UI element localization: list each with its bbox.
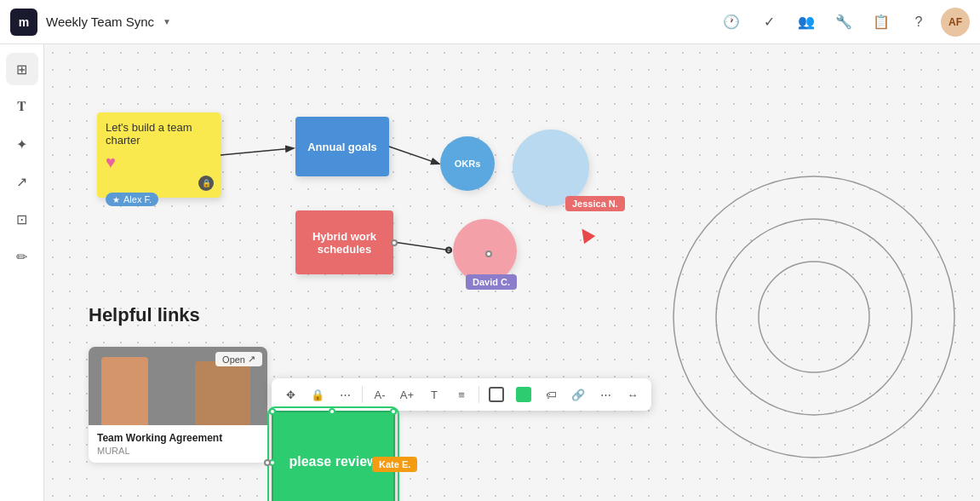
toolbar-divider-1	[362, 386, 363, 403]
link-card-body: Team Working Agreement MURAL	[89, 425, 267, 463]
sidebar-item-text[interactable]: 𝐓	[6, 90, 38, 123]
avatar[interactable]: AF	[941, 8, 970, 37]
circular-diagram: 8	[648, 89, 980, 501]
board-dropdown-arrow[interactable]: ▼	[163, 17, 171, 26]
user-tag-david: David C.	[466, 274, 517, 290]
canvas: Let's build a team charter ♥ 🔒 ★ Alex F.…	[44, 44, 980, 501]
selection-handle-tr[interactable]	[390, 408, 397, 415]
font-type-button[interactable]: T	[422, 383, 446, 406]
app-logo[interactable]: m	[10, 9, 37, 36]
circle-okrs[interactable]: OKRs	[440, 136, 495, 191]
sidebar-item-templates[interactable]: ⊡	[6, 203, 38, 235]
svg-point-6	[759, 262, 869, 372]
lock-tool-button[interactable]: 🔒	[306, 383, 330, 406]
user-alex-name: Alex F.	[123, 194, 152, 204]
external-link-icon: ↗	[248, 354, 255, 365]
connector-dot-green-left[interactable]	[264, 459, 271, 466]
photo-person1	[101, 357, 148, 425]
svg-line-1	[389, 147, 438, 164]
sticky-team-charter-text: Let's build a team charter	[106, 121, 192, 147]
canvas-content: Let's build a team charter ♥ 🔒 ★ Alex F.…	[44, 44, 980, 501]
connector-dot-left[interactable]	[391, 239, 398, 246]
font-larger-button[interactable]: A+	[395, 383, 419, 406]
svg-line-2	[393, 242, 451, 250]
expand-button[interactable]: ↔	[621, 383, 645, 406]
color-filled-button[interactable]	[512, 383, 536, 406]
user-tag-jessica: Jessica N.	[565, 196, 625, 211]
sidebar-item-draw[interactable]: ✏	[6, 240, 38, 273]
selection-handle-tl[interactable]	[269, 408, 276, 415]
selection-handle-tc[interactable]	[329, 408, 335, 415]
sidebar-item-shapes[interactable]: ✦	[6, 128, 38, 160]
lock-icon: 🔒	[198, 176, 214, 191]
move-tool-button[interactable]: ✥	[278, 383, 302, 406]
tools-icon[interactable]: 🔧	[828, 7, 859, 37]
helpful-links-title: Helpful links	[89, 304, 200, 326]
header-left: m Weekly Team Sync ▼	[10, 9, 171, 36]
floating-toolbar: ✥ 🔒 ⋯ A- A+ T ≡ 🏷 🔗 ⋯ ↔	[272, 378, 651, 411]
color-empty-swatch	[489, 387, 504, 402]
circle-pink[interactable]	[453, 219, 517, 283]
open-button[interactable]: Open ↗	[215, 352, 262, 366]
heart-icon: ♥	[106, 153, 116, 172]
rect-hybrid-work[interactable]: Hybrid work schedules	[295, 210, 393, 274]
link-card-image: Open ↗	[89, 347, 267, 425]
color-filled-swatch	[516, 387, 531, 402]
link-card-team-agreement: Open ↗ Team Working Agreement MURAL	[89, 347, 267, 463]
sidebar-item-frames[interactable]: ⊞	[6, 53, 38, 85]
cursor-arrow-red	[576, 225, 595, 244]
more-button[interactable]: ⋯	[593, 383, 617, 406]
user-tag-alex: ★ Alex F.	[106, 193, 158, 206]
sidebar: ⊞ 𝐓 ✦ ↗ ⊡ ✏	[0, 44, 44, 501]
timer-icon[interactable]: 🕐	[716, 7, 747, 37]
connector-dot-right[interactable]	[485, 250, 492, 257]
star-icon: ★	[112, 195, 120, 204]
link-card-title: Team Working Agreement	[97, 432, 259, 444]
color-empty-button[interactable]	[484, 383, 508, 406]
help-icon[interactable]: ?	[903, 7, 934, 37]
link-card-subtitle: MURAL	[97, 446, 259, 456]
circle-okrs-text: OKRs	[455, 158, 481, 169]
sidebar-item-connectors[interactable]: ↗	[6, 165, 38, 198]
sticky-team-charter[interactable]: Let's build a team charter ♥ 🔒 ★ Alex F.	[97, 112, 221, 198]
toolbar-divider-2	[479, 386, 479, 403]
sticky-please-review[interactable]: please review	[272, 411, 395, 501]
user-tag-kate: Kate E.	[372, 457, 417, 472]
font-smaller-button[interactable]: A-	[368, 383, 392, 406]
participants-icon[interactable]: 👥	[791, 7, 822, 37]
header: m Weekly Team Sync ▼ 🕐 ✓ 👥 🔧 📋 ? AF	[0, 0, 980, 44]
format-tool-button[interactable]: ⋯	[333, 383, 357, 406]
align-button[interactable]: ≡	[450, 383, 473, 406]
header-right: 🕐 ✓ 👥 🔧 📋 ? AF	[716, 7, 970, 37]
photo-person2	[195, 361, 250, 425]
svg-line-0	[221, 148, 293, 155]
rect-annual-goals[interactable]: Annual goals	[295, 117, 389, 176]
open-label: Open	[222, 354, 245, 365]
share-icon[interactable]: 📋	[866, 7, 897, 37]
circle-light-blue[interactable]	[513, 130, 589, 206]
rect-annual-goals-text: Annual goals	[307, 141, 377, 153]
link-button[interactable]: 🔗	[566, 383, 590, 406]
circle-diagram-svg	[661, 164, 967, 470]
board-title: Weekly Team Sync	[46, 14, 154, 29]
tag-button[interactable]: 🏷	[539, 383, 563, 406]
sticky-please-review-text: please review	[289, 454, 377, 469]
checklist-icon[interactable]: ✓	[754, 7, 784, 37]
svg-point-5	[716, 219, 912, 415]
rect-hybrid-work-text: Hybrid work schedules	[295, 230, 393, 256]
